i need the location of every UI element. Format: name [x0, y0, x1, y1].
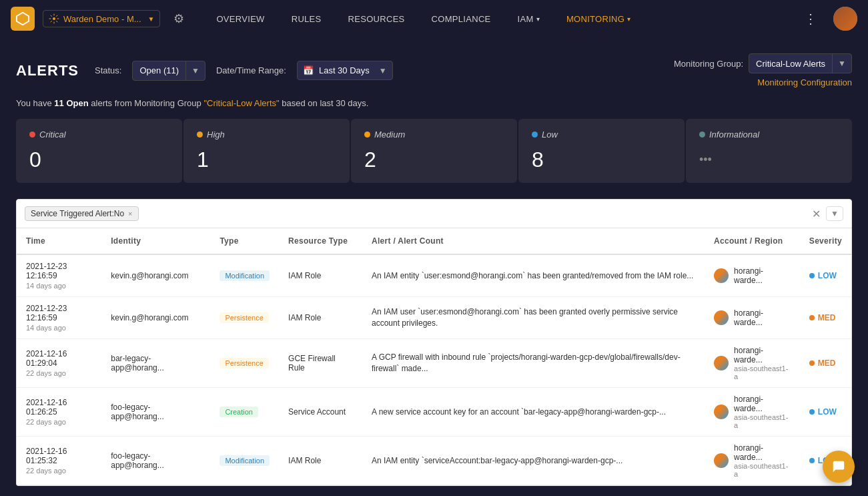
cell-type-0: Modification [210, 254, 279, 297]
cell-identity-4: foo-legacy-app@horang... [101, 437, 210, 485]
nav-item-monitoring[interactable]: MONITORING ▾ [553, 0, 644, 37]
nav-item-iam[interactable]: IAM ▾ [504, 0, 553, 37]
table-row[interactable]: 2021-12-16 01:29:04 22 days ago bar-lega… [17, 339, 851, 388]
filter-clear-button[interactable]: ✕ [812, 208, 821, 220]
account-name-0: horangi-warde... [734, 266, 791, 285]
filter-bar: Service Triggered Alert:No × ✕ ▼ [16, 199, 852, 228]
summary-suffix: based on last 30 days. [282, 98, 368, 108]
monitoring-group-label: Monitoring Group: [674, 59, 743, 69]
severity-dot-2 [809, 360, 815, 366]
critical-label: Critical [39, 130, 66, 140]
monitoring-group-caret-button[interactable]: ▼ [833, 59, 851, 68]
table-row[interactable]: 2021-12-16 01:26:25 22 days ago foo-lega… [17, 388, 851, 437]
monitoring-config-link[interactable]: Monitoring Configuration [757, 77, 852, 87]
severity-card-informational[interactable]: Informational ••• [686, 119, 852, 183]
cell-type-3: Creation [210, 388, 279, 437]
alerts-table-container: Time Identity Type Resource Type Alert /… [16, 228, 852, 486]
account-name-4: horangi-warde... [734, 443, 791, 462]
high-count: 1 [197, 148, 209, 172]
filter-tag-remove[interactable]: × [128, 210, 132, 218]
cell-account-2: horangi-warde... asia-southeast1-a [705, 339, 800, 388]
type-badge-0: Modification [220, 270, 270, 281]
cell-identity-0: kevin.g@horangi.com [101, 254, 210, 297]
calendar-icon: 📅 [298, 61, 319, 79]
alerts-title: ALERTS [16, 62, 79, 79]
type-badge-3: Creation [220, 407, 258, 417]
status-caret-button[interactable]: ▼ [186, 66, 205, 75]
account-logo-2 [714, 356, 729, 370]
cell-time-4: 2021-12-16 01:25:32 22 days ago [17, 437, 101, 485]
filter-bar-actions: ✕ ▼ [812, 206, 843, 221]
cell-account-4: horangi-warde... asia-southeast1-a [705, 437, 800, 485]
informational-dot [699, 132, 705, 138]
cell-resource-type-1: IAM Role [279, 297, 362, 339]
cell-time-1: 2021-12-23 12:16:59 14 days ago [17, 297, 101, 339]
time-value-4: 2021-12-16 01:25:32 [26, 447, 92, 465]
severity-badge-2: MED [809, 358, 842, 368]
severity-text-3: LOW [818, 407, 837, 417]
account-region-3: asia-southeast1-a [734, 413, 791, 429]
date-range-wrapper: 📅 Last 30 Days ▼ [297, 61, 393, 80]
nav-brand[interactable]: Warden Demo - M... ▼ [43, 10, 160, 27]
alert-text-3: A new service account key for an account… [372, 407, 666, 417]
cell-identity-1: kevin.g@horangi.com [101, 297, 210, 339]
nav-item-overview[interactable]: OVERVIEW [203, 0, 278, 37]
time-ago-3: 22 days ago [26, 418, 92, 426]
cell-resource-type-0: IAM Role [279, 254, 362, 297]
severity-card-critical-header: Critical [29, 130, 66, 140]
severity-cards: Critical 0 High 1 Medium 2 Low 8 [16, 119, 852, 183]
cell-severity-0: LOW [800, 254, 851, 297]
brand-chevron: ▼ [148, 15, 155, 23]
nav-item-resources[interactable]: RESOURCES [335, 0, 418, 37]
time-ago-4: 22 days ago [26, 467, 92, 475]
time-value-2: 2021-12-16 01:29:04 [26, 349, 92, 368]
filter-tag-service-triggered: Service Triggered Alert:No × [25, 206, 139, 221]
nav-more-button[interactable]: ⋮ [796, 11, 825, 27]
table-row[interactable]: 2021-12-16 01:25:32 22 days ago foo-lega… [17, 437, 851, 485]
critical-count: 0 [29, 148, 41, 172]
col-severity: Severity [800, 228, 851, 254]
account-cell-1: horangi-warde... [714, 308, 791, 327]
cell-alert-1: An IAM user `user:esmond@horangi.com` ha… [362, 297, 705, 339]
account-name-2: horangi-warde... [734, 346, 791, 364]
user-avatar[interactable] [833, 7, 857, 31]
filter-tag-label: Service Triggered Alert:No [31, 209, 124, 218]
account-region-2: asia-southeast1-a [734, 364, 791, 381]
monitoring-group-value: Critical-Low Alerts [749, 55, 832, 73]
nav-item-compliance[interactable]: COMPLIANCE [418, 0, 504, 37]
col-type: Type [210, 228, 279, 254]
table-row[interactable]: 2021-12-23 12:16:59 14 days ago kevin.g@… [17, 254, 851, 297]
table-row[interactable]: 2021-12-23 12:16:59 14 days ago kevin.g@… [17, 297, 851, 339]
settings-button[interactable]: ⚙ [173, 11, 184, 26]
time-value-1: 2021-12-23 12:16:59 [26, 304, 92, 322]
severity-card-medium[interactable]: Medium 2 [351, 119, 517, 183]
severity-card-high[interactable]: High 1 [183, 119, 350, 183]
filter-expand-button[interactable]: ▼ [826, 206, 843, 221]
cell-alert-3: A new service account key for an account… [362, 388, 705, 437]
col-alert: Alert / Alert Count [362, 228, 705, 254]
severity-card-low[interactable]: Low 8 [518, 119, 685, 183]
status-value: Open (11) [133, 61, 185, 79]
navbar: Warden Demo - M... ▼ ⚙ OVERVIEW RULES RE… [0, 0, 868, 37]
nav-item-rules[interactable]: RULES [278, 0, 335, 37]
status-select-wrapper: Open (11) ▼ [132, 61, 205, 81]
account-name-1: horangi-warde... [734, 308, 791, 327]
cell-alert-4: An IAM entity `serviceAccount:bar-legacy… [362, 437, 705, 485]
informational-more: ••• [699, 153, 712, 167]
account-info-1: horangi-warde... [734, 308, 791, 327]
alert-text-4: An IAM entity `serviceAccount:bar-legacy… [372, 456, 622, 465]
col-resource-type: Resource Type [279, 228, 362, 254]
severity-card-informational-header: Informational [699, 130, 759, 140]
cell-type-2: Persistence [210, 339, 279, 388]
date-range-caret-button[interactable]: ▼ [374, 66, 392, 75]
severity-badge-3: LOW [809, 407, 842, 417]
chat-fab-button[interactable] [823, 451, 855, 483]
cell-type-4: Modification [210, 437, 279, 485]
cell-type-1: Persistence [210, 297, 279, 339]
cell-severity-2: MED [800, 339, 851, 388]
severity-card-critical[interactable]: Critical 0 [16, 119, 182, 183]
cell-account-1: horangi-warde... [705, 297, 800, 339]
severity-card-medium-header: Medium [364, 130, 405, 140]
severity-card-high-header: High [197, 130, 225, 140]
account-cell-4: horangi-warde... asia-southeast1-a [714, 443, 791, 478]
